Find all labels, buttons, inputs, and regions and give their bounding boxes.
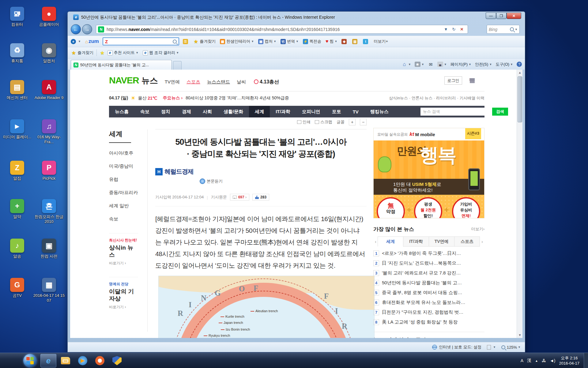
original-article-link[interactable]: 기사원문 — [211, 194, 227, 200]
naver-news-logo[interactable]: 뉴스 — [141, 75, 158, 86]
news-list-item[interactable]: 8美 LA 고교에 '성 중립 화장실' 첫 등장 — [373, 319, 484, 325]
tab-active[interactable]: N 50년만에 동시다발 꿈틀대는 '불의 고... — [71, 60, 172, 70]
like-count-badge[interactable]: 283 — [252, 194, 269, 201]
news-list-item[interactable]: 7日전문가 "구마모토 지진, 경험법칙 벗… — [373, 309, 484, 315]
start-button[interactable] — [23, 354, 37, 367]
web-slice-gallery[interactable]: 웹 조각 갤러리 — [149, 50, 175, 56]
naver-logo[interactable]: NAVER — [109, 75, 139, 86]
page-menu[interactable]: 페이지(P)▼ — [450, 62, 471, 67]
show-desktop-button[interactable] — [584, 353, 588, 368]
desktop-icon-picpick[interactable]: PPicPick — [33, 161, 65, 181]
stop-icon[interactable]: ✕ — [458, 25, 466, 33]
toolbar-misc1-icon[interactable]: ◆ — [341, 39, 348, 44]
taskbar-explorer[interactable]: ▭ — [58, 354, 74, 367]
desktop-icon-alcapture[interactable]: ◉알캡처 — [33, 43, 65, 63]
nav-ranking[interactable]: 랭킹뉴스 — [364, 106, 394, 117]
header-link-weather[interactable]: 날씨 — [237, 79, 246, 85]
nav-home[interactable]: 뉴스홈 — [109, 106, 134, 117]
header-link-tv[interactable]: TV연예 — [165, 79, 180, 85]
mv-tab-world[interactable]: 세계 — [378, 236, 403, 247]
font-smaller-button[interactable]: − — [360, 119, 367, 125]
listen-button[interactable]: 본문듣기 — [200, 178, 223, 184]
scroll-up-icon[interactable]: ▲ — [517, 70, 523, 75]
home-button[interactable]: ⌂▼ — [401, 62, 411, 67]
category-general[interactable]: 세계 일반 — [109, 203, 138, 209]
safety-menu[interactable]: 안전(S)▼ — [475, 62, 492, 67]
mv-tab-tv[interactable]: TV연예 — [429, 236, 454, 247]
close-button[interactable]: ✕ — [507, 13, 521, 19]
volume-icon[interactable]: ◄) — [550, 358, 556, 363]
nav-breaking[interactable]: 속보 — [134, 106, 155, 117]
desktop-icon-alsong[interactable]: ♪알송 — [1, 239, 33, 259]
category-america[interactable]: 미국/중남미 — [109, 163, 138, 169]
toolbar-twitter-icon[interactable]: t — [363, 39, 369, 44]
news-list-item[interactable]: 1<르포> '가족 8명이 죽 두그릇'…日지… — [373, 251, 484, 256]
election-banner[interactable]: 4.13총선 — [254, 79, 279, 85]
toolbar-more[interactable]: 더보기+ — [374, 39, 388, 44]
desktop-icon-mp3-file[interactable]: ♫016 My Way-Fra... — [33, 119, 65, 144]
address-bar[interactable]: N http://news.naver.com/main/read.nhn?oi… — [96, 25, 468, 34]
zum-search-icon[interactable] — [173, 40, 177, 44]
toolbar-jjim[interactable]: ♥찜▼ — [326, 39, 337, 44]
press-logo[interactable]: H 헤럴드경제 — [155, 167, 194, 176]
desktop-icon-media-player[interactable]: ►미디어 플레이... — [1, 119, 33, 140]
nav-life[interactable]: 생활/문화 — [218, 106, 249, 117]
news-list-item[interactable]: 2日 '지진 도미노' 건드렸나…북동쪽으… — [373, 260, 484, 266]
nav-world[interactable]: 세계 — [249, 106, 270, 117]
print-button[interactable]: ▄▼ — [437, 62, 447, 67]
promo-sangsik[interactable]: 최신시사 한눈에! 상식in 뉴스 바로가기 › — [109, 233, 138, 266]
desktop-icon-messenger-center[interactable]: ▤메신저 센터 — [1, 80, 33, 100]
news-list-item[interactable]: 450년만에 동시다발 꿈틀대는 '불의 고… — [373, 280, 484, 286]
desktop-icon-recycle-bin[interactable]: ♻휴지통 — [1, 43, 33, 63]
desktop-icon-video-file[interactable]: ▦2016-04-17 14 15 07 — [33, 278, 65, 303]
zum-logo[interactable]: ⌂zum — [85, 38, 99, 44]
category-breaking[interactable]: 속보 — [109, 216, 138, 222]
nav-society[interactable]: 사회 — [197, 106, 218, 117]
english-news-more-link[interactable]: 더보기› — [471, 337, 484, 338]
category-europe[interactable]: 유럽 — [109, 177, 138, 182]
taskbar-alyac-shield[interactable] — [109, 354, 125, 367]
scroll-down-icon[interactable]: ▼ — [517, 332, 523, 338]
news-list-item[interactable]: 5중국 졸부, 8명 로봇 여비서 대동 쇼핑… — [373, 290, 484, 296]
news-list-item[interactable]: 6휴대전화로 부모께 유서·노모 돌보느라… — [373, 300, 484, 305]
toolbar-misc2-icon[interactable]: ▥ — [352, 39, 359, 44]
mv-tab-it[interactable]: IT/과학 — [403, 236, 429, 247]
promo-reporter-award[interactable]: 명예의 전당 이달의 기자상 바로가기 › — [109, 277, 138, 310]
mail-button[interactable]: ✉ — [428, 62, 434, 67]
tabs-prev-arrow[interactable]: ‹ — [373, 239, 378, 244]
bing-search-box[interactable]: Bing ▼ — [487, 25, 520, 34]
toolbar-favorites[interactable]: ★즐겨찾기 — [194, 38, 216, 45]
taskbar-gomplayer[interactable] — [92, 354, 108, 367]
network-icon[interactable]: 🖧 — [542, 358, 546, 363]
ie-menu-icon[interactable]: e▼ — [71, 39, 81, 44]
comment-count-badge[interactable]: 697 › — [230, 194, 249, 201]
desktop-icon-gomplayer[interactable]: ●곰플레이어 — [33, 7, 65, 27]
minimize-button[interactable]: — — [486, 13, 496, 19]
desktop-icon-alzip[interactable]: Z알집 — [1, 161, 33, 181]
mv-tab-sports[interactable]: 스포츠 — [454, 236, 480, 247]
toolbar-quicksend[interactable]: ⚡퀵전송 — [303, 39, 321, 44]
desktop-icon-alyac[interactable]: +알약 — [1, 199, 33, 219]
toolbar-hanssem[interactable]: ▦한샘인테리어▼ — [220, 39, 254, 44]
toolbar-key-icon[interactable]: ⚿ — [183, 39, 189, 44]
nav-it[interactable]: IT/과학 — [270, 106, 296, 117]
weather-city[interactable]: 울산 — [138, 95, 146, 101]
nav-opinion[interactable]: 오피니언 — [296, 106, 326, 117]
login-button[interactable]: 로그인 — [444, 76, 462, 85]
desktop-icon-gomtv[interactable]: G곰TV — [1, 278, 33, 298]
scrap-button[interactable]: 스크랩 — [315, 119, 332, 125]
most-viewed-more-link[interactable]: 더보기› — [471, 226, 484, 232]
search-icon[interactable] — [510, 27, 514, 31]
new-tab-button[interactable] — [173, 61, 182, 70]
desktop-icon-hangul-office[interactable]: 흔한컴오피스 한글 2010 — [33, 199, 65, 224]
add-favorite-icon[interactable]: ★ — [100, 50, 104, 56]
vertical-scrollbar[interactable]: ▲ ▼ — [517, 70, 522, 338]
search-dropdown-icon[interactable]: ▼ — [515, 28, 518, 31]
rss-button[interactable]: ◉▼ — [415, 62, 424, 67]
header-link-newsstand[interactable]: 뉴스스탠드 — [207, 79, 230, 85]
nav-politics[interactable]: 정치 — [155, 106, 176, 117]
tools-menu[interactable]: 도구(O)▼ — [496, 62, 513, 67]
apps-grid-icon[interactable] — [470, 78, 475, 83]
back-button[interactable]: ← — [71, 24, 81, 34]
tray-expand-icon[interactable]: ▲ — [535, 359, 538, 362]
